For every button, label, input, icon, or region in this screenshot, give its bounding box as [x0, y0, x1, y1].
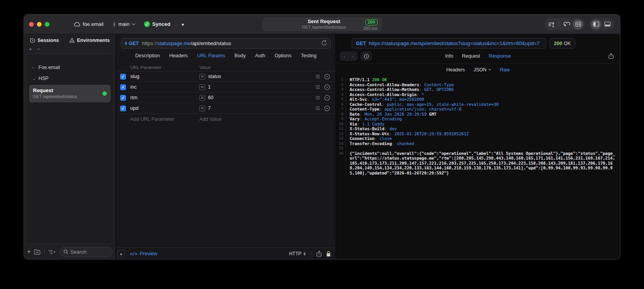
- minimize-window-button[interactable]: [37, 22, 42, 27]
- tab-response[interactable]: Response: [489, 53, 511, 59]
- param-value-input[interactable]: 1: [208, 84, 211, 90]
- code-line: 5Alt-Svc: h3=":443"; ma=2592000: [336, 97, 620, 102]
- row-menu-button[interactable]: [316, 106, 320, 110]
- param-checkbox[interactable]: ✓: [120, 84, 126, 90]
- param-checkbox[interactable]: ✓: [120, 95, 126, 101]
- line-content: Access-Control-Allow-Headers: Content-Ty…: [346, 82, 620, 87]
- toggle-sidebar-button[interactable]: [591, 19, 601, 29]
- chevron-right-icon: ›: [32, 65, 35, 70]
- remove-session-button[interactable]: −: [37, 47, 40, 53]
- new-folder-button[interactable]: [34, 249, 41, 254]
- param-checkbox[interactable]: ✓: [120, 74, 126, 80]
- branch-menu[interactable]: main: [112, 21, 135, 27]
- sent-request-summary[interactable]: Sent Request GET /api/embed/status 200 2…: [263, 18, 382, 31]
- line-number: 7: [336, 107, 346, 112]
- add-value-button[interactable]: Add Value: [199, 116, 313, 122]
- response-status-code: 200: [554, 41, 562, 46]
- tab-testing[interactable]: Testing: [301, 53, 317, 58]
- send-receive-button[interactable]: [573, 19, 583, 29]
- param-name-input[interactable]: slug: [130, 74, 199, 79]
- line-content: Via: 1.1 Caddy: [346, 122, 620, 127]
- history-back-button[interactable]: ‹: [343, 53, 345, 60]
- line-content: Date: Mon, 26 Jan 2026 20:29:59 GMT: [346, 112, 620, 117]
- tab-environments[interactable]: Environments: [69, 38, 109, 43]
- code-line: 9Vary: Accept-Encoding: [336, 116, 620, 122]
- add-session-button[interactable]: +: [29, 47, 32, 53]
- tab-body[interactable]: Body: [234, 53, 246, 58]
- traffic-lights: [29, 22, 49, 27]
- code-tag-icon: </>: [130, 251, 137, 256]
- line-content: X-Status-Build: dev: [346, 126, 620, 131]
- code-line: 15: [336, 146, 620, 151]
- branch-name: main: [119, 21, 130, 27]
- subtab-raw[interactable]: Raw: [500, 67, 510, 73]
- sync-status[interactable]: ✓ Synced: [144, 21, 170, 27]
- app-window: foe.email main ✓ Synced ● Sent Request G…: [24, 14, 620, 260]
- param-name-input[interactable]: upd: [130, 105, 199, 111]
- response-subtabs: Headers JSON Raw: [336, 64, 620, 75]
- param-checkbox[interactable]: ✓: [120, 105, 126, 111]
- tab-options[interactable]: Options: [275, 53, 292, 58]
- export-response-button[interactable]: [608, 53, 616, 59]
- remove-row-button[interactable]: [324, 95, 330, 101]
- method-stepper-icon[interactable]: [125, 42, 127, 45]
- tab-description[interactable]: Description: [135, 53, 160, 58]
- tree-group-label: HSP: [38, 76, 49, 81]
- response-code[interactable]: 1HTTP/1.1 200 OK2Access-Control-Allow-He…: [336, 75, 620, 260]
- sidebar-footer: + Search: [24, 244, 116, 260]
- sort-list-button[interactable]: [48, 249, 56, 254]
- param-value-input[interactable]: 7: [208, 105, 211, 111]
- remove-row-button[interactable]: [324, 74, 330, 80]
- tab-request[interactable]: Request: [462, 53, 480, 59]
- history-button[interactable]: [361, 51, 372, 61]
- collapse-panel-button[interactable]: ▲: [117, 250, 125, 258]
- tree-group-hsp[interactable]: ⌄ HSP: [27, 73, 113, 84]
- project-menu[interactable]: foe.email: [74, 21, 104, 27]
- footer-divider: [312, 251, 312, 257]
- tab-info[interactable]: Info: [445, 53, 453, 59]
- tab-auth[interactable]: Auth: [255, 53, 265, 58]
- param-name-input[interactable]: rtm: [130, 95, 199, 100]
- tab-headers[interactable]: Headers: [169, 53, 188, 58]
- close-window-button[interactable]: [29, 22, 34, 27]
- send-request-button[interactable]: [321, 40, 327, 47]
- add-param-button[interactable]: Add URL Parameter: [130, 116, 199, 122]
- share-button[interactable]: [316, 251, 322, 257]
- sync-pull-button[interactable]: [562, 19, 572, 29]
- code-line: 8Date: Mon, 26 Jan 2026 20:29:59 GMT: [336, 112, 620, 117]
- line-content: Cache-Control: public, max-age=15, stale…: [346, 102, 620, 107]
- request-footer: ▲ </> Preview HTTP: [116, 247, 336, 260]
- request-item-selected[interactable]: Request GET /api/embed/status: [29, 85, 111, 102]
- remove-row-button[interactable]: [324, 105, 330, 111]
- subtab-json[interactable]: JSON: [473, 67, 491, 73]
- request-url[interactable]: https://statuspage.me/api/embed/status: [142, 40, 231, 46]
- tab-url-params[interactable]: URL Params: [197, 53, 225, 58]
- response-url-bar[interactable]: GET https://statuspage.me/api/embed/stat…: [352, 38, 546, 49]
- search-input[interactable]: Search: [60, 247, 113, 257]
- subtab-headers[interactable]: Headers: [446, 67, 465, 73]
- tree-group-foe-email[interactable]: › Foe.email: [27, 62, 113, 73]
- import-export-button[interactable]: [546, 19, 556, 29]
- zoom-window-button[interactable]: [45, 22, 49, 27]
- row-menu-button[interactable]: [316, 75, 320, 78]
- preview-button[interactable]: </> Preview: [130, 251, 157, 256]
- history-forward-button[interactable]: ›: [352, 53, 354, 60]
- titlebar-actions: [544, 18, 615, 30]
- request-url-bar[interactable]: GET https://statuspage.me/api/embed/stat…: [121, 38, 331, 49]
- code-line: 4Access-Control-Allow-Origin: *: [336, 92, 620, 97]
- toggle-bottom-panel-button[interactable]: [602, 19, 613, 29]
- line-number: 11: [336, 126, 346, 131]
- param-value-input[interactable]: 60: [208, 95, 213, 100]
- row-menu-button[interactable]: [316, 96, 320, 100]
- param-name-input[interactable]: inc: [130, 84, 199, 90]
- remove-row-button[interactable]: [324, 84, 330, 90]
- param-value-input[interactable]: status: [208, 74, 221, 79]
- table-header-row: URL Parameter Value: [116, 64, 336, 71]
- protocol-select[interactable]: HTTP: [289, 251, 307, 256]
- code-line: 3Access-Control-Allow-Methods: GET, OPTI…: [336, 87, 620, 92]
- add-request-button[interactable]: +: [27, 248, 31, 255]
- add-param-row: Add URL Parameter Add Value: [116, 114, 336, 124]
- request-method[interactable]: GET: [129, 41, 139, 46]
- tab-sessions[interactable]: Sessions: [30, 38, 59, 43]
- row-menu-button[interactable]: [316, 85, 320, 89]
